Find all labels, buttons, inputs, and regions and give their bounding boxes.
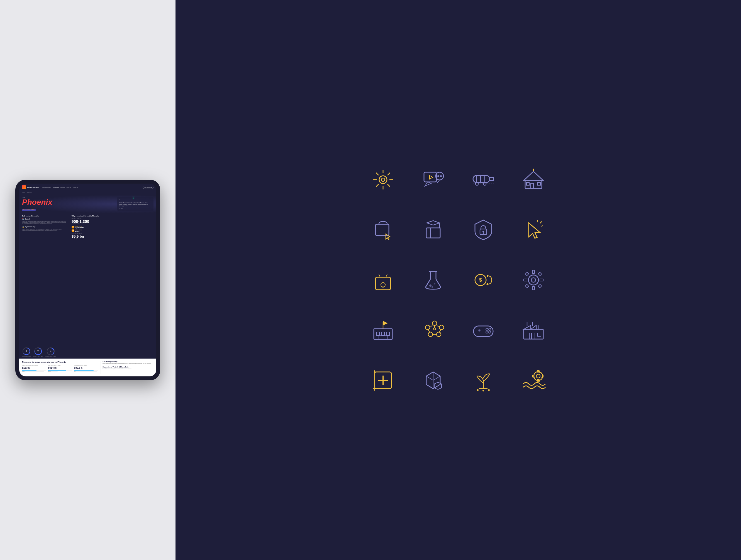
- output-growth-index: 7 OUTPUT GROWTH INDEX: [33, 348, 43, 357]
- tablet-device: Startup Genome Reports & Insights Ecosys…: [15, 180, 160, 380]
- svg-marker-40: [427, 221, 440, 225]
- svg-line-9: [376, 173, 379, 175]
- breadcrumb-prev[interactable]: PARIS: [22, 192, 25, 194]
- report-button[interactable]: REPORT 2018: [143, 186, 153, 189]
- funding-growth-index: 4 FUNDING GROWTH INDEX: [46, 348, 56, 357]
- svg-point-85: [439, 325, 444, 329]
- cybersecurity-label: Cybersecurity: [25, 226, 36, 228]
- bar-1: [48, 370, 72, 371]
- svg-point-86: [428, 332, 432, 336]
- bar-fill-2: [74, 370, 93, 371]
- svg-rect-68: [532, 270, 535, 273]
- breadcrumb-current: MADRID: [27, 192, 32, 194]
- reasons-title: Reasons to move your startup to Phoenix: [22, 361, 98, 364]
- exit-growth-num: 6: [22, 348, 30, 355]
- svg-line-47: [540, 222, 542, 224]
- breadcrumb-sep: ›: [26, 192, 26, 194]
- svg-line-88: [430, 325, 432, 327]
- sub-sectors-title: Sub-sector Strengths: [22, 215, 67, 217]
- badge-rank-cyber: TOP: [72, 226, 74, 229]
- white-section: Reasons to move your startup to Phoenix …: [19, 359, 156, 376]
- icon-gear-sun: [361, 158, 405, 202]
- svg-rect-78: [382, 332, 385, 335]
- svg-rect-20: [473, 176, 490, 183]
- hero-section: USA Phoenix ACTIVATION PHASE " Greater P…: [19, 195, 156, 213]
- svg-point-94: [433, 328, 436, 330]
- svg-line-123: [433, 376, 440, 380]
- index-row: 6 EXIT GROWTH INDEX 7 OUTPUT GROWTH INDE…: [19, 346, 156, 359]
- icon-lightbulb-bag: [361, 258, 405, 302]
- svg-marker-82: [383, 321, 388, 325]
- icon-wave-gear: [511, 358, 556, 402]
- sub-sectors: Sub-sector Strengths 📚 Edtech CampusLogi…: [19, 213, 69, 346]
- edtech-desc: CampusLogic, the cloud-based student eng…: [22, 221, 67, 225]
- badge-label-cyber: Cybersecurity: [75, 227, 83, 229]
- icons-grid: $: [361, 158, 556, 402]
- svg-line-49: [537, 220, 538, 222]
- nav-ecosystems[interactable]: Ecosystems: [53, 187, 59, 188]
- global-label-2: $92 k: [74, 371, 98, 373]
- svg-marker-21: [490, 178, 494, 181]
- svg-point-128: [482, 390, 484, 391]
- svg-line-12: [376, 184, 379, 187]
- svg-line-89: [437, 325, 439, 327]
- svg-point-83: [425, 325, 430, 329]
- icon-train: [461, 158, 506, 202]
- svg-rect-75: [538, 285, 542, 288]
- svg-rect-13: [424, 172, 436, 182]
- ecosystem-value: $5.9 bn: [72, 234, 154, 239]
- svg-point-87: [436, 332, 441, 336]
- reason-text-0: Arizona has promised to keep the autonom…: [103, 363, 153, 364]
- activation-badge: ACTIVATION PHASE: [22, 209, 36, 211]
- nav-about[interactable]: About us: [67, 187, 71, 188]
- svg-point-129: [488, 389, 490, 391]
- svg-point-42: [439, 227, 441, 228]
- output-growth-circle: 7: [34, 348, 42, 355]
- reason-title-1: Supportive of Fintech & Blockchain: [103, 366, 153, 368]
- icon-factory: [511, 308, 556, 353]
- icon-capitol: [511, 158, 556, 202]
- icon-medical-plus: [361, 358, 405, 402]
- svg-point-98: [486, 328, 488, 330]
- cybersecurity-item: 🔒 Cybersecurity: [22, 226, 67, 228]
- icon-cursor-burst: [511, 207, 556, 252]
- svg-marker-46: [529, 223, 540, 238]
- svg-marker-34: [533, 169, 534, 170]
- nav-contact[interactable]: Contact us: [73, 187, 78, 188]
- svg-point-101: [489, 331, 491, 333]
- funding-row: EARLY-STAGE FUNDING PER STARTUP $133 k $…: [22, 365, 98, 373]
- funding-value-1: $614 m: [48, 366, 72, 369]
- svg-rect-80: [379, 336, 387, 339]
- quote-box: " Greater Phoenix is the only metropolit…: [117, 197, 153, 210]
- svg-rect-69: [532, 287, 535, 290]
- exit-growth-index: 6 EXIT GROWTH INDEX: [22, 348, 30, 357]
- svg-point-60: [434, 283, 435, 285]
- nav-products[interactable]: Products: [60, 187, 65, 188]
- tablet-screen: Startup Genome Reports & Insights Ecosys…: [19, 184, 156, 376]
- exit-growth-circle: 6: [22, 348, 30, 355]
- svg-point-3: [379, 176, 387, 184]
- global-label-1: $200 m: [48, 371, 72, 373]
- svg-rect-72: [525, 272, 529, 276]
- funding-item-0: EARLY-STAGE FUNDING PER STARTUP $133 k $…: [22, 365, 46, 373]
- ecosystem-global: Global Ave: $6.1 bn: [72, 239, 154, 240]
- svg-point-67: [531, 278, 536, 282]
- bar-2: [74, 370, 98, 371]
- icon-gamepad: [461, 308, 506, 353]
- svg-marker-104: [531, 325, 536, 329]
- funding-value-2: $80.6 k: [74, 366, 98, 369]
- svg-rect-77: [377, 332, 380, 335]
- icon-dollar-exchange: $: [461, 258, 506, 302]
- svg-rect-105: [526, 333, 529, 339]
- nav-reports[interactable]: Reports & Insights: [42, 187, 51, 188]
- funding-item-2: SOFTWARE ENGINEER SALARY $80.6 k $92 k: [74, 365, 98, 373]
- svg-point-16: [437, 175, 439, 177]
- content-row: Sub-sector Strengths 📚 Edtech CampusLogi…: [19, 213, 156, 346]
- logo-icon: [22, 185, 26, 189]
- exit-growth-label: EXIT GROWTH INDEX: [22, 356, 30, 357]
- svg-line-18: [437, 180, 440, 183]
- svg-rect-107: [538, 333, 541, 336]
- svg-rect-30: [531, 183, 533, 188]
- bar-0: [22, 370, 46, 371]
- funding-growth-circle: 4: [47, 348, 55, 355]
